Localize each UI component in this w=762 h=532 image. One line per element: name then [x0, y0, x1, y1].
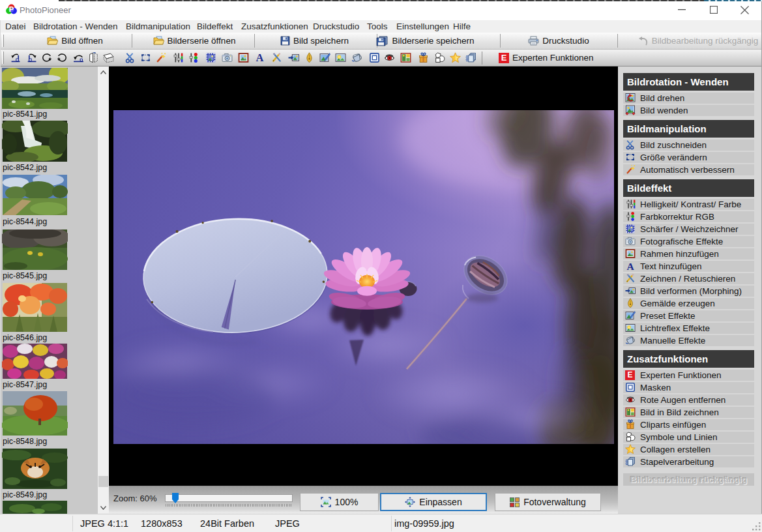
svg-text:P: P [9, 5, 14, 13]
